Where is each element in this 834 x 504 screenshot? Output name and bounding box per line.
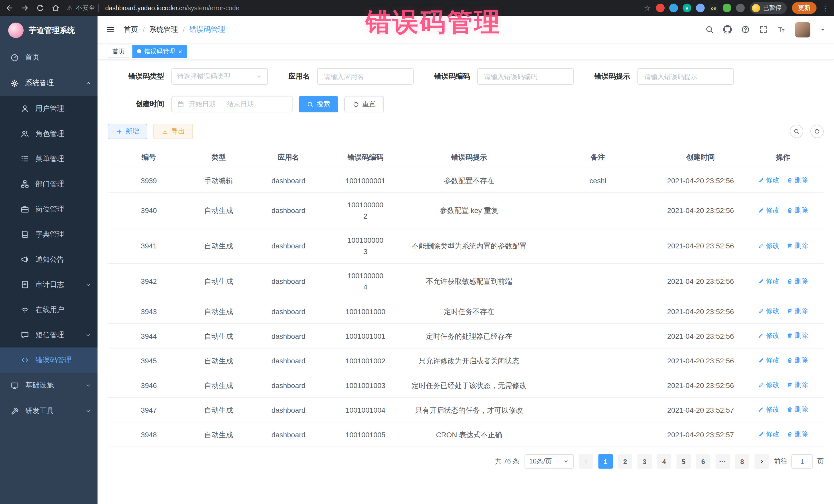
error-msg-input[interactable]	[637, 68, 734, 85]
page-number-1[interactable]: 1	[598, 454, 613, 468]
home-icon[interactable]	[51, 4, 60, 12]
cell-msg: 定时任务不存在	[401, 299, 537, 324]
error-code-input[interactable]	[477, 68, 574, 85]
user-avatar[interactable]	[795, 22, 810, 37]
sidebar-item-audit-log[interactable]: 审计日志	[0, 272, 97, 297]
delete-link[interactable]: 删除	[787, 275, 808, 287]
delete-link[interactable]: 删除	[787, 204, 808, 216]
drop-extension-icon[interactable]	[669, 4, 678, 12]
edit-link[interactable]: 修改	[758, 240, 780, 251]
edit-link[interactable]: 修改	[758, 330, 780, 341]
edit-link[interactable]: 修改	[758, 429, 780, 440]
edit-link[interactable]: 修改	[758, 404, 780, 415]
delete-link[interactable]: 删除	[787, 379, 808, 391]
edit-link[interactable]: 修改	[758, 379, 780, 391]
delete-link[interactable]: 删除	[787, 404, 808, 415]
chevron-down-icon	[256, 73, 262, 80]
add-button[interactable]: 新增	[108, 124, 147, 139]
prev-page-button[interactable]	[579, 454, 593, 468]
security-indicator[interactable]: ⚠ 不安全	[67, 4, 98, 12]
sidebar-item-online-users[interactable]: 在线用户	[0, 297, 97, 322]
page-number-2[interactable]: 2	[618, 454, 632, 468]
delete-link[interactable]: 删除	[787, 175, 808, 186]
page-number-8[interactable]: 8	[735, 454, 749, 468]
sidebar-item-system-management[interactable]: 系统管理	[0, 70, 97, 96]
app-logo[interactable]: 芋道管理系统	[0, 16, 97, 45]
tag-item[interactable]: 错误码管理×	[132, 45, 186, 58]
cell-id: 3948	[108, 422, 190, 447]
pin-extension-icon[interactable]	[736, 4, 745, 12]
toggle-search-button[interactable]	[790, 125, 803, 138]
back-icon[interactable]	[5, 4, 14, 12]
sidebar-toggle-icon[interactable]	[106, 25, 115, 35]
export-button[interactable]: 导出	[153, 124, 193, 139]
page-number-3[interactable]: 3	[637, 454, 652, 468]
jump-page-input[interactable]	[791, 454, 813, 468]
search-icon[interactable]	[705, 25, 714, 34]
reset-button[interactable]: 重置	[344, 96, 384, 112]
help-icon[interactable]	[741, 25, 750, 34]
date-range-picker[interactable]: 开始日期 - 结束日期	[171, 96, 292, 112]
on-badge-extension-icon[interactable]: on	[709, 4, 718, 12]
cell-memo	[537, 228, 659, 264]
v-extension-icon[interactable]: V	[683, 4, 691, 12]
sidebar-item-dict-management[interactable]: 字典管理	[0, 222, 97, 247]
sidebar-item-error-code-management[interactable]: 错误码管理	[0, 348, 97, 373]
menu-list-icon	[21, 154, 29, 163]
leaf-extension-icon[interactable]	[723, 4, 731, 12]
search-button[interactable]: 搜索	[299, 96, 338, 112]
sidebar-item-dev-tools[interactable]: 研发工具	[0, 398, 97, 424]
profile-chip[interactable]: 已暂停	[750, 2, 787, 14]
user-menu-caret-icon[interactable]	[820, 26, 826, 32]
github-icon[interactable]	[723, 25, 732, 34]
chrome-update-button[interactable]: 更新	[792, 2, 816, 14]
bookmark-star-icon[interactable]: ☆	[644, 3, 651, 13]
error-type-select[interactable]: 请选择错误码类型	[171, 68, 268, 85]
refresh-table-button[interactable]	[810, 125, 824, 138]
sidebar-item-menu-management[interactable]: 菜单管理	[0, 146, 97, 171]
table-row: 3943自动生成dashboard1001001000定时任务不存在2021-0…	[108, 299, 824, 324]
app-name-input[interactable]	[317, 68, 414, 85]
reload-icon[interactable]	[36, 4, 45, 12]
people-extension-icon[interactable]	[696, 4, 705, 12]
edit-link[interactable]: 修改	[758, 355, 780, 366]
sidebar-item-notice-announcement[interactable]: 通知公告	[0, 247, 97, 272]
edit-link[interactable]: 修改	[758, 204, 780, 216]
breadcrumb-item[interactable]: 首页	[124, 25, 138, 34]
tag-close-icon[interactable]: ×	[178, 48, 182, 54]
tag-item[interactable]: 首页	[108, 45, 129, 58]
sidebar-item-role-management[interactable]: 角色管理	[0, 121, 97, 146]
edit-link[interactable]: 修改	[758, 275, 780, 287]
delete-link[interactable]: 删除	[787, 429, 808, 440]
page-size-select[interactable]: 10条/页	[525, 454, 574, 468]
delete-link[interactable]: 删除	[787, 240, 808, 251]
page-number-4[interactable]: 4	[657, 454, 671, 468]
sidebar-item-infrastructure[interactable]: 基础设施	[0, 373, 97, 398]
next-page-button[interactable]	[754, 454, 769, 468]
delete-link-label: 删除	[795, 240, 808, 251]
sidebar-item-dept-management[interactable]: 部门管理	[0, 171, 97, 197]
delete-link[interactable]: 删除	[787, 305, 808, 317]
chrome-menu-icon[interactable]: ⋮	[822, 4, 829, 12]
sidebar-item-sms-management[interactable]: 短信管理	[0, 322, 97, 348]
sidebar-item-user-management[interactable]: 用户管理	[0, 96, 97, 121]
page-number-6[interactable]: 6	[696, 454, 710, 468]
font-size-icon[interactable]	[777, 25, 786, 34]
delete-link[interactable]: 删除	[787, 355, 808, 366]
fullscreen-icon[interactable]	[759, 25, 768, 34]
jump-prefix: 前往	[774, 457, 787, 466]
page-ellipsis[interactable]: •••	[716, 454, 730, 468]
url-bar[interactable]: dashboard.yudao.iocoder.cn/system/error-…	[105, 4, 239, 12]
url-host: dashboard.yudao.iocoder.cn	[105, 4, 186, 12]
edit-link[interactable]: 修改	[758, 175, 780, 186]
sidebar-item-post-management[interactable]: 岗位管理	[0, 197, 97, 222]
edit-link-label: 修改	[766, 404, 780, 415]
adblock-extension-icon[interactable]	[656, 4, 665, 12]
sidebar-item-label: 系统管理	[25, 79, 54, 88]
sidebar-item-home[interactable]: 首页	[0, 45, 97, 70]
forward-icon[interactable]	[21, 4, 29, 12]
edit-link[interactable]: 修改	[758, 305, 780, 317]
delete-link[interactable]: 删除	[787, 330, 808, 341]
page-number-5[interactable]: 5	[676, 454, 691, 468]
breadcrumb-item[interactable]: 系统管理	[149, 25, 178, 34]
